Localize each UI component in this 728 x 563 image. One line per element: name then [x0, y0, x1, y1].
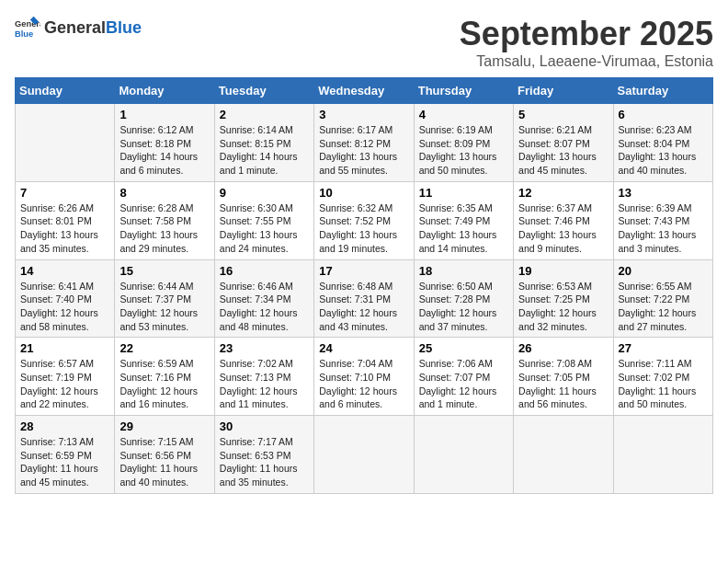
weekday-header-wednesday: Wednesday — [314, 78, 414, 104]
calendar-cell: 7Sunrise: 6:26 AMSunset: 8:01 PMDaylight… — [16, 181, 115, 259]
calendar-table: SundayMondayTuesdayWednesdayThursdayFrid… — [15, 77, 713, 494]
day-number: 25 — [419, 341, 508, 355]
calendar-cell: 24Sunrise: 7:04 AMSunset: 7:10 PMDayligh… — [314, 338, 414, 416]
day-number: 12 — [518, 186, 608, 200]
day-info: Sunrise: 6:35 AMSunset: 7:49 PMDaylight:… — [419, 201, 508, 256]
day-info: Sunrise: 6:21 AMSunset: 8:07 PMDaylight:… — [518, 123, 608, 178]
day-info: Sunrise: 6:23 AMSunset: 8:04 PMDaylight:… — [619, 123, 708, 178]
day-info: Sunrise: 7:04 AMSunset: 7:10 PMDaylight:… — [319, 357, 408, 411]
day-info: Sunrise: 6:48 AMSunset: 7:31 PMDaylight:… — [319, 280, 408, 334]
weekday-header-tuesday: Tuesday — [214, 78, 313, 104]
calendar-cell: 1Sunrise: 6:12 AMSunset: 8:18 PMDaylight… — [115, 104, 214, 182]
calendar-cell: 28Sunrise: 7:13 AMSunset: 6:59 PMDayligh… — [16, 416, 115, 494]
day-info: Sunrise: 6:41 AMSunset: 7:40 PMDaylight:… — [20, 280, 109, 334]
day-info: Sunrise: 6:53 AMSunset: 7:25 PMDaylight:… — [518, 280, 608, 334]
day-number: 17 — [319, 264, 408, 278]
day-number: 15 — [119, 264, 209, 278]
day-number: 18 — [419, 264, 508, 278]
calendar-cell: 5Sunrise: 6:21 AMSunset: 8:07 PMDaylight… — [514, 104, 613, 182]
calendar-week-row: 21Sunrise: 6:57 AMSunset: 7:19 PMDayligh… — [16, 338, 713, 416]
calendar-week-row: 28Sunrise: 7:13 AMSunset: 6:59 PMDayligh… — [16, 416, 713, 494]
weekday-header-thursday: Thursday — [414, 78, 513, 104]
day-info: Sunrise: 7:17 AMSunset: 6:53 PMDaylight:… — [220, 435, 309, 489]
calendar-cell: 11Sunrise: 6:35 AMSunset: 7:49 PMDayligh… — [414, 181, 513, 259]
day-number: 7 — [20, 186, 109, 200]
calendar-cell: 23Sunrise: 7:02 AMSunset: 7:13 PMDayligh… — [214, 338, 313, 416]
day-info: Sunrise: 6:39 AMSunset: 7:43 PMDaylight:… — [619, 201, 708, 256]
day-number: 29 — [119, 419, 209, 433]
calendar-cell: 15Sunrise: 6:44 AMSunset: 7:37 PMDayligh… — [115, 259, 214, 338]
day-number: 21 — [20, 341, 109, 355]
calendar-cell — [16, 104, 115, 182]
day-info: Sunrise: 7:06 AMSunset: 7:07 PMDaylight:… — [419, 357, 508, 411]
calendar-cell — [314, 416, 414, 494]
location-title: Tamsalu, Laeaene-Virumaa, Estonia — [460, 53, 713, 70]
day-number: 8 — [119, 186, 209, 200]
day-number: 9 — [220, 186, 309, 200]
calendar-cell: 9Sunrise: 6:30 AMSunset: 7:55 PMDaylight… — [214, 181, 313, 259]
month-title: September 2025 — [460, 15, 713, 53]
calendar-cell: 26Sunrise: 7:08 AMSunset: 7:05 PMDayligh… — [514, 338, 613, 416]
day-number: 22 — [119, 341, 209, 355]
day-number: 2 — [220, 108, 309, 121]
day-info: Sunrise: 6:12 AMSunset: 8:18 PMDaylight:… — [119, 123, 209, 178]
day-number: 27 — [619, 341, 708, 355]
weekday-header-saturday: Saturday — [613, 78, 712, 104]
day-number: 20 — [619, 264, 708, 278]
calendar-week-row: 1Sunrise: 6:12 AMSunset: 8:18 PMDaylight… — [16, 104, 713, 182]
day-number: 16 — [220, 264, 309, 278]
day-number: 4 — [419, 108, 508, 121]
day-info: Sunrise: 6:55 AMSunset: 7:22 PMDaylight:… — [619, 280, 708, 334]
weekday-header-sunday: Sunday — [16, 78, 115, 104]
day-info: Sunrise: 7:13 AMSunset: 6:59 PMDaylight:… — [20, 435, 109, 489]
calendar-cell: 10Sunrise: 6:32 AMSunset: 7:52 PMDayligh… — [314, 181, 414, 259]
calendar-cell: 3Sunrise: 6:17 AMSunset: 8:12 PMDaylight… — [314, 104, 414, 182]
calendar-cell — [514, 416, 613, 494]
day-number: 13 — [619, 186, 708, 200]
day-info: Sunrise: 6:28 AMSunset: 7:58 PMDaylight:… — [119, 201, 209, 256]
calendar-body: 1Sunrise: 6:12 AMSunset: 8:18 PMDaylight… — [16, 104, 713, 494]
day-info: Sunrise: 6:26 AMSunset: 8:01 PMDaylight:… — [20, 201, 109, 256]
logo-general: General — [44, 18, 106, 37]
logo-icon: General Blue — [15, 15, 40, 40]
calendar-cell — [613, 416, 712, 494]
day-number: 23 — [220, 341, 309, 355]
calendar-week-row: 14Sunrise: 6:41 AMSunset: 7:40 PMDayligh… — [16, 259, 713, 338]
svg-text:Blue: Blue — [15, 29, 33, 39]
calendar-cell: 12Sunrise: 6:37 AMSunset: 7:46 PMDayligh… — [514, 181, 613, 259]
calendar-cell: 25Sunrise: 7:06 AMSunset: 7:07 PMDayligh… — [414, 338, 513, 416]
calendar-cell: 17Sunrise: 6:48 AMSunset: 7:31 PMDayligh… — [314, 259, 414, 338]
calendar-cell: 14Sunrise: 6:41 AMSunset: 7:40 PMDayligh… — [16, 259, 115, 338]
day-info: Sunrise: 7:02 AMSunset: 7:13 PMDaylight:… — [220, 357, 309, 411]
day-number: 10 — [319, 186, 408, 200]
day-info: Sunrise: 6:59 AMSunset: 7:16 PMDaylight:… — [119, 357, 209, 411]
header: General Blue GeneralBlue September 2025 … — [15, 15, 713, 70]
weekday-header-friday: Friday — [514, 78, 613, 104]
calendar-cell: 16Sunrise: 6:46 AMSunset: 7:34 PMDayligh… — [214, 259, 313, 338]
logo: General Blue GeneralBlue — [15, 15, 142, 40]
day-info: Sunrise: 6:37 AMSunset: 7:46 PMDaylight:… — [518, 201, 608, 256]
calendar-cell: 18Sunrise: 6:50 AMSunset: 7:28 PMDayligh… — [414, 259, 513, 338]
day-info: Sunrise: 7:11 AMSunset: 7:02 PMDaylight:… — [619, 357, 708, 411]
day-number: 14 — [20, 264, 109, 278]
calendar-cell: 21Sunrise: 6:57 AMSunset: 7:19 PMDayligh… — [16, 338, 115, 416]
calendar-cell: 2Sunrise: 6:14 AMSunset: 8:15 PMDaylight… — [214, 104, 313, 182]
day-number: 1 — [119, 108, 209, 121]
day-number: 30 — [220, 419, 309, 433]
day-info: Sunrise: 7:15 AMSunset: 6:56 PMDaylight:… — [119, 435, 209, 489]
title-area: September 2025 Tamsalu, Laeaene-Virumaa,… — [460, 15, 713, 70]
calendar-cell: 4Sunrise: 6:19 AMSunset: 8:09 PMDaylight… — [414, 104, 513, 182]
calendar-cell: 27Sunrise: 7:11 AMSunset: 7:02 PMDayligh… — [613, 338, 712, 416]
day-number: 6 — [619, 108, 708, 121]
calendar-cell: 30Sunrise: 7:17 AMSunset: 6:53 PMDayligh… — [214, 416, 313, 494]
day-number: 19 — [518, 264, 608, 278]
day-info: Sunrise: 6:50 AMSunset: 7:28 PMDaylight:… — [419, 280, 508, 334]
day-info: Sunrise: 6:32 AMSunset: 7:52 PMDaylight:… — [319, 201, 408, 256]
logo-blue: Blue — [106, 18, 142, 37]
day-number: 5 — [518, 108, 608, 121]
day-info: Sunrise: 6:44 AMSunset: 7:37 PMDaylight:… — [119, 280, 209, 334]
day-info: Sunrise: 6:17 AMSunset: 8:12 PMDaylight:… — [319, 123, 408, 178]
calendar-cell: 8Sunrise: 6:28 AMSunset: 7:58 PMDaylight… — [115, 181, 214, 259]
day-number: 24 — [319, 341, 408, 355]
day-info: Sunrise: 6:19 AMSunset: 8:09 PMDaylight:… — [419, 123, 508, 178]
